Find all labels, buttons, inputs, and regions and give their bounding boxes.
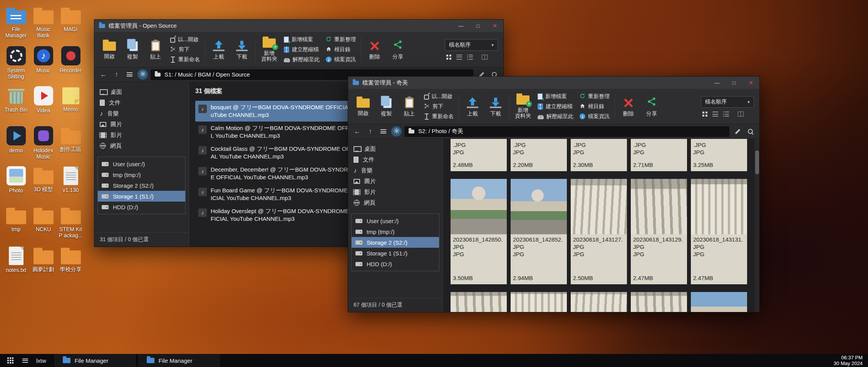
desktop-icon[interactable]: Trash Bin	[2, 85, 30, 125]
photo-item[interactable]	[631, 292, 687, 312]
edit-path-button[interactable]	[732, 126, 742, 137]
maximize-button[interactable]: □	[726, 77, 742, 89]
desktop-icon[interactable]: Music Bank	[30, 5, 57, 45]
sidebar-item-storage2-drive[interactable]: Storage 2 (S2:/)	[352, 237, 439, 248]
close-button[interactable]: ×	[742, 77, 759, 89]
cut-button[interactable]: 剪下	[424, 102, 454, 111]
desktop-icon[interactable]: STEM Kit P ackag...	[57, 205, 84, 245]
delete-button[interactable]: 刪除	[617, 90, 640, 123]
file-item[interactable]: ♪ Calm Motion @ フリーBGM DOVA-SYNDROME OFF…	[195, 122, 364, 142]
titlebar[interactable]: 檔案管理員 - Open Source — □ ×	[94, 20, 503, 32]
desktop-icon[interactable]: Photo	[2, 165, 30, 205]
maximize-button[interactable]: □	[469, 20, 486, 32]
list-view-icon[interactable]	[456, 55, 462, 60]
desktop-icon[interactable]: v1.130	[57, 165, 84, 205]
sidebar-item-music[interactable]: ♪音樂	[348, 165, 442, 176]
upload-button[interactable]: 上載	[208, 33, 230, 66]
refresh-button[interactable]: 重新整理	[326, 35, 356, 44]
sidebar-item-desktop[interactable]: 桌面	[94, 87, 189, 97]
photo-item[interactable]: 20230618_142852.JPG JPG 2.94MB	[511, 179, 567, 284]
desktop-icon[interactable]: NCKU	[30, 205, 57, 245]
detail-view-icon[interactable]	[467, 55, 473, 60]
minimize-button[interactable]: —	[452, 20, 469, 32]
file-info-button[interactable]: 檔案資訊	[580, 112, 610, 121]
desktop-icon[interactable]: System Slitting	[2, 45, 30, 85]
clock[interactable]: 06:37 PM 30 May 2024	[834, 355, 864, 366]
copy-button[interactable]: 複製	[375, 90, 397, 123]
file-item[interactable]: ♪ Cocktail Glass @ フリーBGM DOVA-SYNDROME …	[195, 142, 364, 163]
rename-button[interactable]: 重新命名	[424, 112, 454, 121]
photo-item[interactable]: .JPG JPG 2.48MB	[451, 139, 507, 171]
sidebar-item-user-drive[interactable]: User (user:/)	[98, 158, 185, 169]
taskbar-app-file-manager[interactable]: File Manager	[139, 354, 220, 367]
upload-button[interactable]: 上載	[461, 90, 484, 123]
desktop-icon[interactable]: 學校分享	[57, 245, 84, 285]
sidebar-item-videos[interactable]: 影片	[348, 187, 442, 197]
open-with-button[interactable]: 以...開啟	[170, 35, 200, 44]
create-archive-button[interactable]: 建立壓縮檔	[538, 102, 573, 111]
taskbar-app-file-manager[interactable]: File Manager	[55, 354, 136, 367]
photo-item[interactable]: 20230618_143131.JPG JPG 2.47MB	[691, 179, 747, 284]
create-archive-button[interactable]: 建立壓縮檔	[284, 45, 320, 54]
open-button[interactable]: 開啟	[98, 33, 121, 66]
new-folder-button[interactable]: 新增 資料夾	[512, 90, 534, 123]
settings-button[interactable]	[391, 126, 402, 137]
file-item[interactable]: ♪ Fun Board Game @ フリーBGM DOVA-SYNDROME …	[195, 184, 364, 205]
grid-view-icon[interactable]	[702, 112, 707, 117]
photo-item[interactable]: .JPG JPG 3.25MB	[691, 139, 747, 171]
photo-item[interactable]: 20230618_143127.JPG JPG 2.50MB	[571, 179, 627, 284]
minimize-button[interactable]: —	[709, 77, 726, 89]
column-view-icon[interactable]	[482, 55, 488, 60]
sidebar-item-tmp-drive[interactable]: tmp (tmp:/)	[98, 169, 185, 180]
scrollbar[interactable]	[754, 139, 759, 312]
photo-item[interactable]: .JPG JPG 2.30MB	[571, 139, 627, 171]
root-dir-button[interactable]: 根目錄	[580, 102, 610, 111]
sidebar-item-music[interactable]: ♪音樂	[94, 108, 189, 119]
sidebar-item-hdd-drive[interactable]: HDD (D:/)	[98, 202, 185, 212]
sort-order-dropdown[interactable]: 檔名順序 ▾	[701, 96, 754, 108]
photo-item[interactable]: .JPG JPG 2.71MB	[631, 139, 687, 171]
titlebar[interactable]: 檔案管理員 - 奇美 — □ ×	[348, 77, 759, 89]
sidebar-item-user-drive[interactable]: User (user:/)	[352, 215, 439, 226]
photo-item[interactable]	[571, 292, 627, 312]
up-button[interactable]: ↑	[111, 69, 122, 80]
rename-button[interactable]: 重新命名	[170, 55, 200, 64]
desktop-icon[interactable]: File Manager	[2, 5, 30, 45]
sidebar-item-storage2-drive[interactable]: Storage 2 (S2:/)	[98, 180, 185, 191]
sidebar-item-documents[interactable]: 文件	[348, 154, 442, 165]
path-field[interactable]: S2: / Photo / 奇美	[404, 126, 729, 137]
grid-view-icon[interactable]	[446, 55, 451, 60]
photo-item[interactable]	[691, 292, 747, 312]
sidebar-item-web[interactable]: 網頁	[348, 197, 442, 208]
new-folder-button[interactable]: 新增 資料夾	[258, 33, 280, 66]
extract-here-button[interactable]: 解壓縮至此	[284, 55, 320, 64]
photo-item[interactable]: .JPG JPG 2.20MB	[511, 139, 567, 171]
sidebar-item-tmp-drive[interactable]: tmp (tmp:/)	[352, 226, 439, 237]
sidebar-item-storage1-drive[interactable]: Storage 1 (S1:/)	[98, 191, 185, 202]
task-menu-button[interactable]	[18, 354, 32, 367]
sidebar-item-hdd-drive[interactable]: HDD (D:/)	[352, 259, 439, 269]
desktop-icon[interactable]: tmp	[2, 205, 30, 245]
extract-here-button[interactable]: 解壓縮至此	[538, 112, 573, 121]
sidebar-item-pictures[interactable]: 圖片	[348, 176, 442, 187]
file-info-button[interactable]: 檔案資訊	[326, 55, 356, 64]
up-button[interactable]: ↑	[365, 126, 375, 137]
file-item[interactable]: ♪ Holiday Overslept @ フリーBGM DOVA-SYNDRO…	[195, 205, 364, 225]
open-button[interactable]: 開啟	[352, 90, 374, 123]
cut-button[interactable]: 剪下	[170, 45, 200, 54]
desktop-icon[interactable]: 3D 模型	[30, 165, 57, 205]
desktop-icon[interactable]: MAGI	[57, 5, 84, 45]
share-button[interactable]: 分享	[640, 90, 663, 123]
open-with-button[interactable]: 以...開啟	[424, 92, 454, 101]
desktop-icon[interactable]: notes.txt	[2, 245, 30, 285]
photo-item[interactable]: 20230618_143129.JPG JPG 2.47MB	[631, 179, 687, 284]
desktop-icon[interactable]: Recorder	[57, 45, 84, 85]
desktop-icon[interactable]: Music	[30, 45, 57, 85]
share-button[interactable]: 分享	[387, 33, 409, 66]
desktop-icon[interactable]: Memo	[57, 85, 84, 125]
sidebar-item-pictures[interactable]: 圖片	[94, 119, 189, 130]
column-view-icon[interactable]	[738, 112, 744, 117]
menu-button[interactable]	[378, 126, 389, 137]
paste-button[interactable]: 貼上	[398, 90, 421, 123]
new-file-button[interactable]: 新增檔案	[538, 92, 573, 101]
